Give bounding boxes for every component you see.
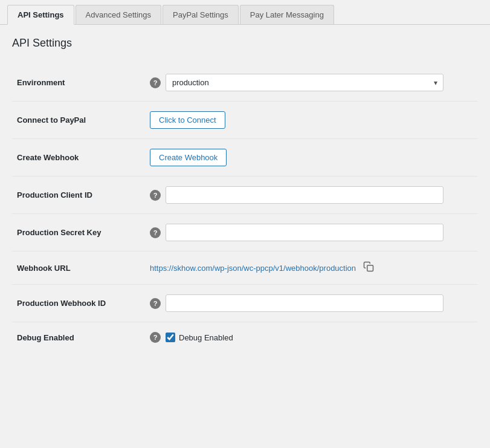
control-debug-enabled: ? Debug Enabled [145,322,478,353]
help-icon-client-id[interactable]: ? [150,190,161,201]
settings-table: Environment ? production sandbox ▾ [12,64,478,352]
label-production-secret-key: Production Secret Key [12,214,145,252]
row-create-webhook: Create Webhook Create Webhook [12,139,478,177]
production-secret-key-input[interactable] [166,224,443,241]
page-title: API Settings [12,37,478,50]
row-production-client-id: Production Client ID ? [12,177,478,214]
control-production-client-id: ? [145,177,478,214]
tab-paypal-settings[interactable]: PayPal Settings [163,5,239,24]
control-webhook-url: https://skhow.com/wp-json/wc-ppcp/v1/web… [145,252,478,285]
row-production-webhook-id: Production Webhook ID ? [12,285,478,322]
control-environment: ? production sandbox ▾ [145,64,478,102]
help-icon-secret-key[interactable]: ? [150,227,161,238]
page-container: API Settings Advanced Settings PayPal Se… [0,0,490,448]
tab-advanced-settings[interactable]: Advanced Settings [76,5,161,24]
control-production-webhook-id: ? [145,285,478,322]
create-webhook-button[interactable]: Create Webhook [150,149,227,166]
debug-enabled-checkbox-label: Debug Enabled [179,333,233,342]
control-create-webhook: Create Webhook [145,139,478,177]
debug-enabled-checkbox[interactable] [166,333,175,342]
row-production-secret-key: Production Secret Key ? [12,214,478,252]
label-production-client-id: Production Client ID [12,177,145,214]
help-icon-webhook-id[interactable]: ? [150,298,161,309]
label-production-webhook-id: Production Webhook ID [12,285,145,322]
webhook-url-link[interactable]: https://skhow.com/wp-json/wc-ppcp/v1/web… [150,264,356,273]
debug-checkbox-row: Debug Enabled [166,333,233,342]
label-connect-paypal: Connect to PayPal [12,102,145,139]
environment-select-wrapper: production sandbox ▾ [166,74,443,91]
label-environment: Environment [12,64,145,102]
label-create-webhook: Create Webhook [12,139,145,177]
row-webhook-url: Webhook URL https://skhow.com/wp-json/wc… [12,252,478,285]
copy-icon[interactable] [363,261,374,274]
production-client-id-input[interactable] [166,186,443,204]
tab-pay-later-messaging[interactable]: Pay Later Messaging [240,5,334,24]
row-environment: Environment ? production sandbox ▾ [12,64,478,102]
click-to-connect-button[interactable]: Click to Connect [150,111,225,129]
tab-api-settings[interactable]: API Settings [7,5,74,25]
help-icon-environment[interactable]: ? [150,77,161,88]
help-icon-debug[interactable]: ? [150,332,161,343]
control-connect-paypal: Click to Connect [145,102,478,139]
tabs-bar: API Settings Advanced Settings PayPal Se… [0,0,490,25]
row-debug-enabled: Debug Enabled ? Debug Enabled [12,322,478,353]
label-debug-enabled: Debug Enabled [12,322,145,353]
environment-select[interactable]: production sandbox [166,74,443,91]
control-production-secret-key: ? [145,214,478,252]
label-webhook-url: Webhook URL [12,252,145,285]
tab-content: API Settings Environment ? production sa… [0,25,490,365]
production-webhook-id-input[interactable] [166,294,443,312]
svg-rect-0 [367,265,373,271]
row-connect-paypal: Connect to PayPal Click to Connect [12,102,478,139]
